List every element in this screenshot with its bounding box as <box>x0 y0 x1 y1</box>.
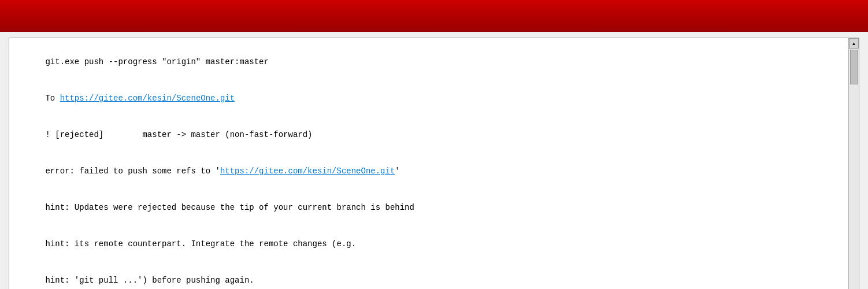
log-link-2[interactable]: https://gitee.com/kesin/SceneOne.git <box>220 166 395 176</box>
scroll-up-arrow[interactable]: ▲ <box>849 38 859 49</box>
scrollbar: ▲ ▼ <box>848 38 859 289</box>
log-container: git.exe push --progress "origin" master:… <box>9 38 859 289</box>
log-line-4-prefix: error: failed to push some refs to ' <box>45 166 220 176</box>
log-text: git.exe push --progress "origin" master:… <box>9 38 848 289</box>
log-line-5: hint: Updates were rejected because the … <box>45 203 414 212</box>
main-content: git.exe push --progress "origin" master:… <box>0 32 868 289</box>
log-line-1: git.exe push --progress "origin" master:… <box>45 57 268 66</box>
log-line-7: hint: 'git pull ...') before pushing aga… <box>45 276 254 285</box>
log-line-4-suffix: ' <box>395 166 399 176</box>
log-line-2-prefix: To <box>45 94 60 103</box>
log-line-3: ! [rejected] master -> master (non-fast-… <box>45 130 312 139</box>
log-link-1[interactable]: https://gitee.com/kesin/SceneOne.git <box>60 94 235 103</box>
log-line-6: hint: its remote counterpart. Integrate … <box>45 239 356 249</box>
scroll-thumb[interactable] <box>850 50 858 84</box>
error-bar <box>0 0 868 32</box>
